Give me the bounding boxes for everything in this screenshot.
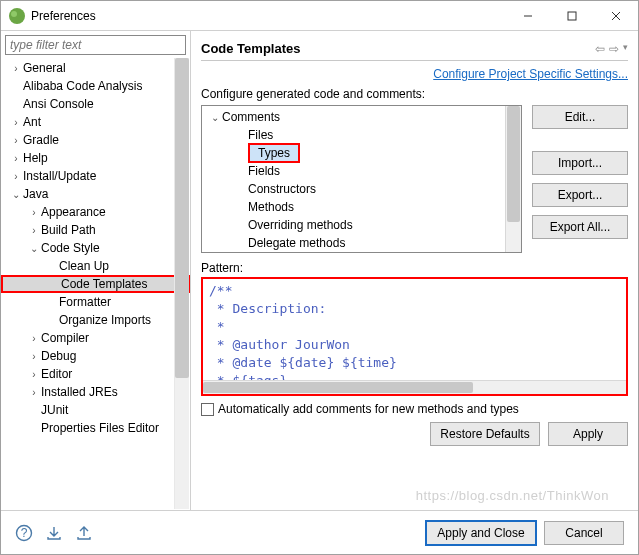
- export-all-button[interactable]: Export All...: [532, 215, 628, 239]
- pattern-label: Pattern:: [201, 261, 628, 275]
- nav-item[interactable]: Ansi Console: [1, 95, 190, 113]
- nav-item[interactable]: ›Editor: [1, 365, 190, 383]
- page-title: Code Templates: [201, 41, 595, 56]
- maximize-button[interactable]: [550, 1, 594, 31]
- nav-item[interactable]: ›Installed JREs: [1, 383, 190, 401]
- auto-add-checkbox[interactable]: [201, 403, 214, 416]
- window-title: Preferences: [31, 9, 506, 23]
- templates-tree[interactable]: ⌄CommentsFilesTypesFieldsConstructorsMet…: [201, 105, 522, 253]
- nav-item[interactable]: Formatter: [1, 293, 190, 311]
- nav-item[interactable]: ›Build Path: [1, 221, 190, 239]
- nav-item[interactable]: ›Gradle: [1, 131, 190, 149]
- generated-label: Configure generated code and comments:: [201, 87, 628, 101]
- apply-and-close-button[interactable]: Apply and Close: [426, 521, 536, 545]
- project-settings-link[interactable]: Configure Project Specific Settings...: [201, 67, 628, 81]
- edit-button[interactable]: Edit...: [532, 105, 628, 129]
- nav-item[interactable]: ›Debug: [1, 347, 190, 365]
- nav-item[interactable]: ›Appearance: [1, 203, 190, 221]
- app-icon: [9, 8, 25, 24]
- nav-item[interactable]: ›Help: [1, 149, 190, 167]
- template-item[interactable]: Files: [202, 126, 521, 144]
- export-prefs-icon[interactable]: [75, 524, 93, 542]
- nav-item[interactable]: JUnit: [1, 401, 190, 419]
- import-button[interactable]: Import...: [532, 151, 628, 175]
- nav-arrows: ⇦ ⇨ ▾: [595, 42, 628, 56]
- minimize-button[interactable]: [506, 1, 550, 31]
- template-item[interactable]: Delegate methods: [202, 234, 521, 252]
- title-bar: Preferences: [1, 1, 638, 31]
- template-item[interactable]: Constructors: [202, 180, 521, 198]
- restore-defaults-button[interactable]: Restore Defaults: [430, 422, 540, 446]
- scrollbar[interactable]: [174, 58, 189, 509]
- nav-item[interactable]: Organize Imports: [1, 311, 190, 329]
- nav-item[interactable]: ›Install/Update: [1, 167, 190, 185]
- filter-input[interactable]: [5, 35, 186, 55]
- nav-item[interactable]: Properties Files Editor: [1, 419, 190, 437]
- nav-item[interactable]: ›Compiler: [1, 329, 190, 347]
- nav-item[interactable]: Code Templates: [1, 275, 190, 293]
- template-item[interactable]: ⌄Comments: [202, 108, 521, 126]
- cancel-button[interactable]: Cancel: [544, 521, 624, 545]
- close-button[interactable]: [594, 1, 638, 31]
- svg-text:?: ?: [21, 526, 28, 540]
- nav-item[interactable]: ›General: [1, 59, 190, 77]
- h-scrollbar[interactable]: [203, 380, 626, 394]
- nav-item[interactable]: ›Ant: [1, 113, 190, 131]
- template-item[interactable]: Types: [202, 144, 521, 162]
- nav-item[interactable]: Clean Up: [1, 257, 190, 275]
- nav-item[interactable]: ⌄Code Style: [1, 239, 190, 257]
- import-prefs-icon[interactable]: [45, 524, 63, 542]
- dialog-footer: ? Apply and Close Cancel: [1, 510, 638, 554]
- template-item[interactable]: Methods: [202, 198, 521, 216]
- nav-tree[interactable]: ›GeneralAlibaba Code AnalysisAnsi Consol…: [1, 57, 190, 510]
- template-item[interactable]: Fields: [202, 162, 521, 180]
- export-button[interactable]: Export...: [532, 183, 628, 207]
- nav-item[interactable]: Alibaba Code Analysis: [1, 77, 190, 95]
- main-pane: Code Templates ⇦ ⇨ ▾ Configure Project S…: [191, 31, 638, 510]
- auto-add-label: Automatically add comments for new metho…: [218, 402, 519, 416]
- svg-rect-1: [568, 12, 576, 20]
- nav-pane: ›GeneralAlibaba Code AnalysisAnsi Consol…: [1, 31, 191, 510]
- back-icon[interactable]: ⇦: [595, 42, 605, 56]
- pattern-textarea[interactable]: /** * Description: * * @author JourWon *…: [201, 277, 628, 396]
- scrollbar[interactable]: [505, 106, 521, 252]
- nav-item[interactable]: ⌄Java: [1, 185, 190, 203]
- help-icon[interactable]: ?: [15, 524, 33, 542]
- apply-button[interactable]: Apply: [548, 422, 628, 446]
- template-item[interactable]: Overriding methods: [202, 216, 521, 234]
- fwd-icon[interactable]: ⇨: [609, 42, 619, 56]
- dropdown-icon[interactable]: ▾: [623, 42, 628, 56]
